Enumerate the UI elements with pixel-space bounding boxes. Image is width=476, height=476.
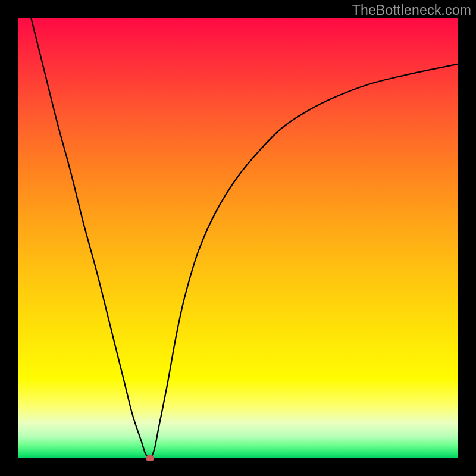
minimum-marker	[146, 455, 154, 461]
chart-frame: TheBottleneck.com	[0, 0, 476, 476]
plot-area	[18, 18, 458, 458]
watermark-text: TheBottleneck.com	[352, 2, 471, 18]
bottleneck-curve	[18, 18, 458, 458]
